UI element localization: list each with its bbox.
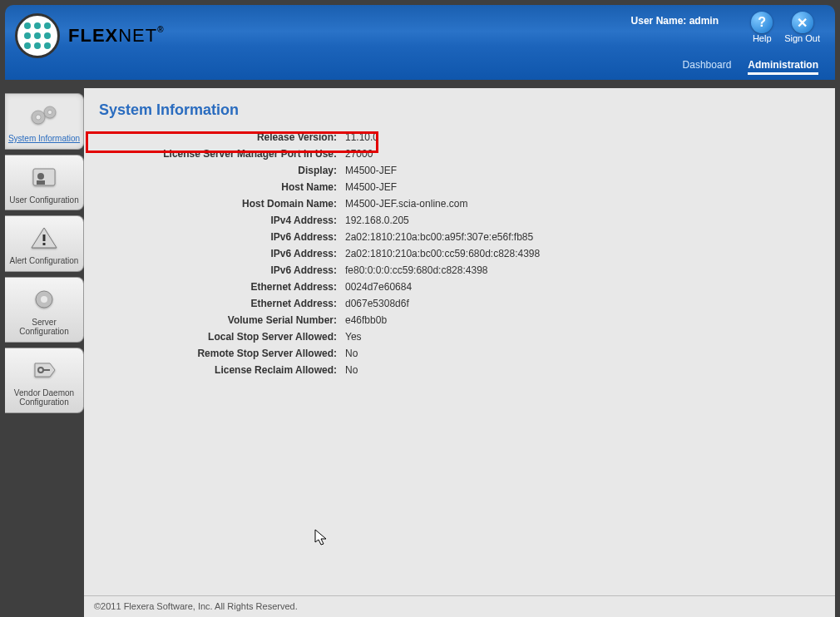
info-row: IPv6 Address:2a02:1810:210a:bc00:cc59:68…: [101, 245, 835, 262]
user-label: User Name:: [631, 15, 687, 27]
gears-icon: [24, 99, 64, 132]
help-label: Help: [753, 33, 772, 43]
info-value: 11.10.0: [342, 131, 378, 143]
signout-button[interactable]: ✕ Sign Out: [784, 12, 820, 43]
sidebar: System Information User Configuration: [5, 80, 84, 595]
page-title: System Information: [84, 88, 835, 129]
info-row: Ethernet Address:d067e5308d6f: [101, 295, 835, 312]
sidebar-item-label: Vendor Daemon Configuration: [7, 388, 82, 407]
info-label: Host Name:: [101, 181, 342, 193]
info-label: Ethernet Address:: [101, 298, 342, 309]
info-label: IPv6 Address:: [101, 248, 342, 259]
info-label: Display:: [101, 165, 342, 176]
sidebar-item-label: Server Configuration: [7, 318, 82, 337]
user-info: User Name: admin: [631, 15, 719, 27]
sidebar-item-label: User Configuration: [7, 195, 82, 205]
info-row: IPv6 Address:fe80:0:0:0:cc59:680d:c828:4…: [101, 262, 835, 279]
info-label: Remote Stop Server Allowed:: [101, 348, 342, 359]
info-row: Release Version:11.10.0: [101, 129, 835, 146]
copyright-text: ©2011 Flexera Software, Inc. All Rights …: [94, 601, 298, 611]
info-label: IPv6 Address:: [101, 231, 342, 243]
info-row: IPv6 Address:2a02:1810:210a:bc00:a95f:30…: [101, 229, 835, 245]
svg-rect-8: [43, 234, 46, 241]
brand-logo: FLEXNET®: [15, 13, 165, 58]
sidebar-item-label: Alert Configuration: [7, 256, 82, 266]
help-button[interactable]: ? Help: [751, 12, 773, 43]
svg-rect-14: [43, 369, 50, 371]
info-value: 27000: [342, 148, 373, 160]
close-icon: ✕: [792, 12, 813, 33]
brand-reg: ®: [157, 25, 164, 34]
system-info-table: Release Version:11.10.0License Server Ma…: [101, 129, 835, 378]
info-row: Volume Serial Number:e46fbb0b: [101, 312, 835, 328]
brand-thin: NET: [118, 25, 157, 46]
info-value: M4500-JEF: [342, 165, 397, 176]
svg-point-5: [37, 173, 44, 180]
footer: ©2011 Flexera Software, Inc. All Rights …: [84, 595, 835, 617]
info-row: Host Name:M4500-JEF: [101, 179, 835, 195]
info-row: IPv4 Address:192.168.0.205: [101, 212, 835, 229]
info-value: 192.168.0.205: [342, 215, 409, 226]
info-row: Ethernet Address:0024d7e60684: [101, 279, 835, 295]
brand-bold: FLEX: [68, 25, 118, 46]
sidebar-item-label: System Information: [7, 134, 82, 144]
info-label: Host Domain Name:: [101, 198, 342, 210]
info-row: Display:M4500-JEF: [101, 162, 835, 179]
info-value: M4500-JEF: [342, 181, 397, 193]
info-value: M4500-JEF.scia-online.com: [342, 198, 467, 210]
sidebar-item-alert-configuration[interactable]: Alert Configuration: [5, 215, 84, 272]
user-badge-icon: [24, 160, 64, 194]
sidebar-item-server-configuration[interactable]: Server Configuration: [5, 277, 84, 343]
info-row: Host Domain Name:M4500-JEF.scia-online.c…: [101, 195, 835, 212]
info-row: License Reclaim Allowed:No: [101, 362, 835, 378]
info-value: d067e5308d6f: [342, 298, 409, 309]
header: FLEXNET® User Name: admin ? Help ✕ Sign …: [5, 5, 835, 80]
info-value: fe80:0:0:0:cc59:680d:c828:4398: [342, 264, 487, 276]
info-label: IPv4 Address:: [101, 215, 342, 226]
help-icon: ?: [751, 12, 773, 33]
svg-rect-9: [43, 243, 46, 245]
info-value: No: [342, 364, 358, 376]
sidebar-item-system-information[interactable]: System Information: [5, 93, 84, 150]
info-value: 2a02:1810:210a:bc00:a95f:307e:e56f:fb85: [342, 231, 533, 243]
info-value: e46fbb0b: [342, 314, 387, 326]
info-label: Local Stop Server Allowed:: [101, 331, 342, 343]
info-value: Yes: [342, 331, 362, 343]
svg-point-3: [47, 110, 52, 114]
alert-icon: [24, 221, 64, 254]
info-label: Ethernet Address:: [101, 281, 342, 293]
info-value: No: [342, 348, 358, 359]
info-row: Remote Stop Server Allowed:No: [101, 345, 835, 362]
tab-dashboard[interactable]: Dashboard: [683, 59, 732, 75]
svg-point-1: [36, 115, 41, 120]
info-row: Local Stop Server Allowed:Yes: [101, 328, 835, 345]
info-value: 0024d7e60684: [342, 281, 412, 293]
info-label: IPv6 Address:: [101, 264, 342, 276]
tab-administration[interactable]: Administration: [748, 59, 818, 75]
info-label: Volume Serial Number:: [101, 314, 342, 326]
info-value: 2a02:1810:210a:bc00:cc59:680d:c828:4398: [342, 248, 540, 259]
gear-icon: [24, 283, 64, 316]
svg-rect-6: [37, 180, 45, 185]
main-panel: System Information Release Version:11.10…: [84, 88, 835, 595]
key-tag-icon: [24, 353, 64, 387]
info-row: License Server Manager Port in Use:27000: [101, 146, 835, 162]
sidebar-item-vendor-daemon-configuration[interactable]: Vendor Daemon Configuration: [5, 348, 84, 413]
user-value: admin: [689, 15, 719, 27]
info-label: License Server Manager Port in Use:: [101, 148, 342, 160]
sidebar-item-user-configuration[interactable]: User Configuration: [5, 155, 84, 211]
brand-text: FLEXNET®: [68, 25, 165, 47]
logo-icon: [15, 13, 60, 58]
svg-point-11: [41, 296, 47, 303]
info-label: Release Version:: [101, 131, 342, 143]
nav-tabs: Dashboard Administration: [683, 59, 818, 75]
signout-label: Sign Out: [784, 33, 820, 43]
info-label: License Reclaim Allowed:: [101, 364, 342, 376]
